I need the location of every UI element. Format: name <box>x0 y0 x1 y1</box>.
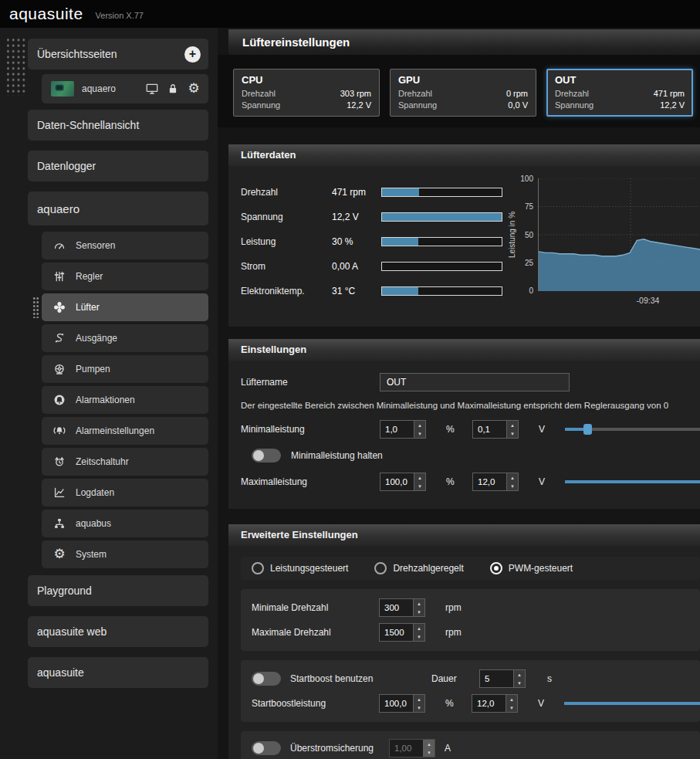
sidebar-item-playground[interactable]: Playground <box>28 575 208 606</box>
fan-card-out[interactable]: OUT Drehzahl471 rpm Spannung12,2 V <box>546 69 693 117</box>
radio-icon[interactable] <box>252 562 264 574</box>
fan-data-table: Drehzahl 471 rpm Spannung 12,2 V Leistun… <box>241 177 507 314</box>
fan-icon <box>52 300 66 314</box>
log-chart-icon <box>52 486 66 500</box>
sidebar-item-aquaero-overview-page[interactable]: aquaero ⚙ <box>42 74 208 103</box>
fan-card-cpu[interactable]: CPU Drehzahl303 rpm Spannung12,2 V <box>233 69 380 117</box>
max-rpm-label: Maximale Drehzahl <box>252 627 379 638</box>
spinner-down-icon[interactable]: ▼ <box>414 429 425 438</box>
max-power-label: Maximalleistung <box>241 476 380 487</box>
max-rpm-spinner[interactable]: 1500 ▲▼ <box>379 623 425 642</box>
radio-leistungsgesteuert[interactable]: Leistungsgesteuert <box>252 562 348 574</box>
sidebar-item-logdaten[interactable]: Logdaten <box>42 479 208 507</box>
sidebar-item-luefter[interactable]: Lüfter <box>42 293 208 321</box>
spinner-up-icon[interactable]: ▲ <box>507 421 518 429</box>
spinner-up-icon[interactable]: ▲ <box>414 421 425 429</box>
sidebar-item-daten-schnellansicht[interactable]: Daten-Schnellansicht <box>28 110 208 141</box>
outputs-curve-icon <box>52 331 66 345</box>
sidebar-item-alarmaktionen[interactable]: Alarmaktionen <box>42 386 208 414</box>
chart-x-tick: -09:34 <box>637 296 660 305</box>
max-power-volt-spinner[interactable]: 12,0 ▲▼ <box>472 473 519 491</box>
gear-icon[interactable]: ⚙ <box>187 82 201 96</box>
spinner-up-icon[interactable]: ▲ <box>514 670 525 679</box>
sidebar-item-aquasuite[interactable]: aquasuite <box>28 657 208 688</box>
fan-card-gpu[interactable]: GPU Drehzahl0 rpm Spannung0,0 V <box>390 69 536 117</box>
spinner-down-icon[interactable]: ▼ <box>414 482 425 490</box>
device-submenu: Sensoren Regler Lüfter <box>0 232 218 568</box>
add-overview-page-button[interactable]: + <box>184 46 201 63</box>
sidebar-item-zeitschaltuhr[interactable]: Zeitschaltuhr <box>42 448 208 476</box>
leistung-meter <box>381 237 502 246</box>
startboost-box: Startboost benutzen Dauer 5 ▲▼ s Startbo… <box>241 660 700 722</box>
sidebar-item-sensoren[interactable]: Sensoren <box>42 232 208 259</box>
spannung-meter <box>381 212 502 222</box>
spinner-up-icon[interactable]: ▲ <box>506 695 517 703</box>
aquaero-device-thumbnail <box>51 81 74 97</box>
hold-min-power-toggle[interactable] <box>252 449 281 463</box>
sidebar-item-datenlogger[interactable]: Datenlogger <box>28 151 208 181</box>
table-row: Drehzahl 471 rpm <box>241 180 507 205</box>
startboost-duration-spinner[interactable]: 5 ▲▼ <box>479 669 526 688</box>
min-power-percent-spinner[interactable]: 1,0 ▲▼ <box>380 420 426 439</box>
drehzahl-meter <box>381 188 502 197</box>
spinner-down-icon[interactable]: ▼ <box>507 482 518 490</box>
sidebar-item-ausgaenge[interactable]: Ausgänge <box>42 324 208 352</box>
gauge-icon <box>52 239 66 252</box>
spinner-down-icon[interactable]: ▼ <box>506 703 517 712</box>
spinner-up-icon[interactable]: ▲ <box>414 695 424 703</box>
radio-icon-selected[interactable] <box>490 562 502 574</box>
rpm-limits-box: Minimale Drehzahl 300 ▲▼ rpm Maximale Dr… <box>241 589 700 651</box>
sidebar-item-uebersichtsseiten[interactable]: Übersichtsseiten + <box>28 39 208 69</box>
power-history-chart: Leistung in % 100 75 50 25 0 -09:34 <box>507 178 700 314</box>
sidebar-item-alarmeinstellungen[interactable]: Alarmeinstellungen <box>42 417 208 445</box>
radio-pwm-gesteuert[interactable]: PWM-gesteuert <box>490 562 573 574</box>
overcurrent-label: Überstromsicherung <box>290 743 389 754</box>
alarm-action-bell-icon <box>52 393 66 407</box>
spinner-up-icon[interactable]: ▲ <box>507 473 518 482</box>
spinner-up-icon[interactable]: ▲ <box>414 473 425 482</box>
pump-icon <box>52 362 66 376</box>
startboost-volt-spinner[interactable]: 12,0 ▲▼ <box>472 694 518 713</box>
panel-luefterdaten: Lüfterdaten Drehzahl 471 rpm Spannung 12… <box>228 144 700 327</box>
table-row: Strom 0,00 A <box>241 254 507 279</box>
spinner-down-icon: ▼ <box>424 748 435 757</box>
min-power-slider[interactable] <box>565 422 700 437</box>
bus-tree-icon <box>52 517 66 530</box>
lock-icon[interactable] <box>166 82 180 96</box>
spinner-down-icon[interactable]: ▼ <box>414 703 424 712</box>
strom-meter <box>381 262 502 271</box>
startboost-toggle[interactable] <box>252 672 281 686</box>
fan-card-strip: CPU Drehzahl303 rpm Spannung12,2 V GPU D… <box>218 55 700 127</box>
startboost-label: Startboost benutzen <box>290 673 373 684</box>
sidebar-item-aquasuite-web[interactable]: aquasuite web <box>28 616 208 647</box>
slider-handle[interactable] <box>583 424 592 435</box>
spinner-down-icon[interactable]: ▼ <box>414 608 424 616</box>
sidebar-item-system[interactable]: ⚙ System <box>42 540 208 568</box>
sidebar-item-regler[interactable]: Regler <box>42 263 208 290</box>
panel-erweiterte-einstellungen: Erweiterte Einstellungen Leistungsgesteu… <box>228 524 700 759</box>
startboost-percent-spinner[interactable]: 100,0 ▲▼ <box>379 694 425 713</box>
overcurrent-toggle[interactable] <box>252 741 281 755</box>
spinner-up-icon[interactable]: ▲ <box>414 624 424 632</box>
min-power-volt-spinner[interactable]: 0,1 ▲▼ <box>472 420 519 439</box>
spinner-down-icon[interactable]: ▼ <box>414 632 424 641</box>
spinner-up-icon[interactable]: ▲ <box>414 599 424 608</box>
startboost-power-slider[interactable] <box>564 696 700 711</box>
monitor-icon[interactable] <box>145 82 159 96</box>
max-power-slider[interactable] <box>565 474 700 490</box>
sidebar-item-aquabus[interactable]: aquabus <box>42 510 208 537</box>
spinner-down-icon[interactable]: ▼ <box>514 679 525 687</box>
sliders-icon <box>52 269 66 283</box>
fan-name-label: Lüftername <box>241 377 380 388</box>
max-power-percent-spinner[interactable]: 100,0 ▲▼ <box>380 473 426 491</box>
spinner-down-icon[interactable]: ▼ <box>507 429 518 438</box>
fan-name-input[interactable] <box>380 373 570 391</box>
sidebar-item-aquaero-device[interactable]: aquaero <box>28 191 208 225</box>
radio-drehzahlgeregelt[interactable]: Drehzahlgeregelt <box>374 562 463 574</box>
app-logo: aquasuite <box>9 5 83 23</box>
sidebar-item-pumpen[interactable]: Pumpen <box>42 355 208 383</box>
min-rpm-spinner[interactable]: 300 ▲▼ <box>379 598 425 617</box>
overcurrent-spinner: 1,00 ▲▼ <box>389 739 435 757</box>
radio-icon[interactable] <box>374 562 387 574</box>
fan-chart-plot <box>539 178 700 291</box>
